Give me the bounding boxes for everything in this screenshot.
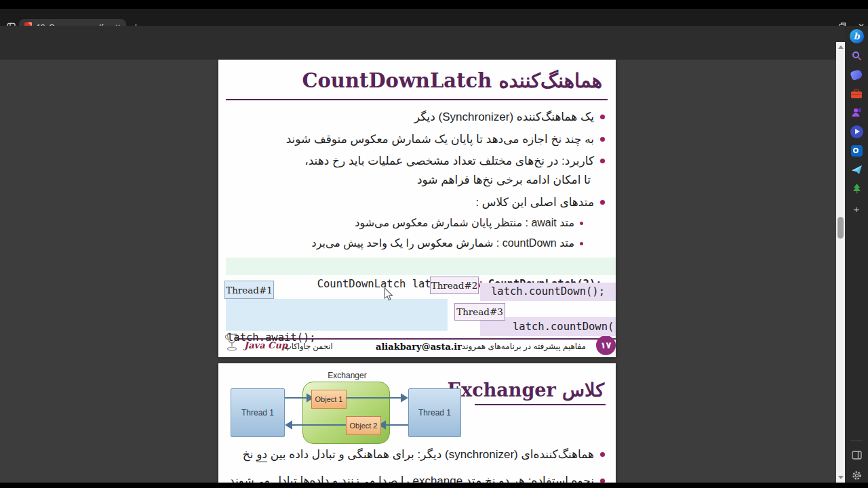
scroll-up-arrow[interactable] bbox=[838, 45, 844, 49]
slide-title: کلاس Exchanger bbox=[448, 380, 604, 401]
screen: 18_Concurrency.pdf ✕ + – ✕ ← i File | D:… bbox=[0, 0, 868, 488]
sidebar-shopping-button[interactable] bbox=[849, 67, 864, 82]
scroll-down-arrow[interactable] bbox=[838, 476, 844, 479]
thread1-code-block: latch.await(); System.out.println("Finis… bbox=[226, 299, 448, 331]
bullet-line: به چند نخ اجازه می‌دهد تا پایان یک شمارش… bbox=[286, 132, 605, 146]
object1-box: Object 1 bbox=[311, 390, 347, 409]
sidebar-tree-button[interactable] bbox=[849, 181, 864, 196]
pdf-toolbar: Draw Read aloud − + of 65 bbox=[0, 42, 868, 60]
thread-left-box: Thread 1 bbox=[231, 388, 285, 437]
pdf-page-17: هماهنگ‌کننده CountDownLatch یک هماهنگ‌کن… bbox=[218, 60, 616, 357]
split-window-icon bbox=[852, 451, 862, 460]
paper-plane-icon bbox=[851, 165, 863, 175]
thread3-badge: Thread#3 bbox=[454, 303, 505, 321]
copilot-button[interactable]: b bbox=[849, 28, 864, 43]
pdf-page-18: Exchanger کلاس Exchanger Thread 1 Thread… bbox=[218, 363, 616, 483]
sidebar-split-window-button[interactable] bbox=[849, 447, 864, 462]
letterbox-bar bbox=[0, 483, 868, 488]
thread2-code-block: latch.countDown(); bbox=[480, 283, 616, 301]
edge-sidebar: b + bbox=[845, 26, 868, 483]
bullet-line: هماهنگ‌کننده‌ای (synchronizer) دیگر: برا… bbox=[243, 447, 605, 462]
title-rule bbox=[475, 404, 606, 405]
mouse-cursor bbox=[384, 287, 393, 301]
bullet-dot bbox=[600, 159, 605, 163]
pdf-viewer-canvas[interactable]: هماهنگ‌کننده CountDownLatch یک هماهنگ‌کن… bbox=[0, 60, 845, 483]
outlook-icon bbox=[851, 145, 863, 157]
bullet-dot bbox=[600, 137, 605, 142]
thread-right-box: Thread 1 bbox=[408, 388, 461, 437]
sidebar-messaging-button[interactable] bbox=[849, 162, 864, 177]
clipped-bullet-line: نحوه استفاده: هر دو نخ متد exchange را ص… bbox=[229, 474, 605, 483]
bullet-line: کاربرد: در نخ‌های مختلف تعداد مشخصی عملی… bbox=[304, 154, 605, 168]
thread1-badge: Thread#1 bbox=[224, 281, 274, 299]
bullet-dot bbox=[600, 200, 605, 205]
bullet-continuation: تا امکان ادامه برخی نخ‌ها فراهم شود bbox=[417, 173, 591, 187]
sidebar-add-button[interactable]: + bbox=[849, 201, 864, 216]
gear-icon bbox=[852, 470, 862, 481]
thread2-badge: Thread#2 bbox=[430, 277, 479, 294]
tree-icon bbox=[852, 183, 862, 194]
bing-copilot-icon: b bbox=[850, 29, 864, 43]
sidebar-settings-button[interactable] bbox=[849, 468, 864, 483]
sidebar-people-button[interactable] bbox=[849, 105, 864, 120]
title-rule bbox=[226, 99, 608, 100]
sidebar-games-button[interactable] bbox=[849, 124, 864, 139]
sidebar-search-button[interactable] bbox=[849, 48, 864, 63]
bullet-dot bbox=[600, 452, 605, 457]
sidebar-toolbox-button[interactable] bbox=[849, 86, 864, 101]
bullet-dot bbox=[580, 242, 583, 245]
slide-page-badge: ۱۷ bbox=[596, 336, 616, 355]
sidebar-divider bbox=[850, 441, 863, 441]
footer-course-title: مفاهیم پیشرفته در برنامه‌های همروند bbox=[462, 342, 586, 351]
bullet-dot bbox=[600, 115, 605, 119]
people-icon bbox=[851, 107, 862, 118]
slide-title: هماهنگ‌کننده CountDownLatch bbox=[302, 69, 602, 92]
browser-titlebar: 18_Concurrency.pdf ✕ + – ✕ bbox=[0, 9, 868, 26]
bullet-line: یک هماهنگ‌کننده (Synchronizer) دیگر bbox=[414, 110, 605, 124]
scrollbar-thumb[interactable] bbox=[837, 217, 844, 239]
address-bar-row: ← i File | D:/Nima/18/برنامه%20نویسی%20د… bbox=[0, 26, 868, 42]
object2-box: Object 2 bbox=[346, 416, 381, 435]
bullet-dot bbox=[580, 222, 583, 225]
shopping-tag-icon bbox=[850, 68, 863, 80]
vertical-scrollbar[interactable] bbox=[836, 42, 845, 483]
sub-bullet-line: متد await : منتظر پایان شمارش معکوس می‌ش… bbox=[355, 216, 583, 229]
bullet-line: متدهای اصلی این کلاس : bbox=[475, 195, 605, 209]
sub-bullet-line: متد countDown : شمارش معکوس را یک واحد پ… bbox=[312, 237, 583, 249]
search-icon bbox=[852, 51, 862, 61]
await-line: latch.await(); bbox=[227, 330, 448, 345]
code-line-countdownlatch: CountDownLatch latch = new CountDownLatc… bbox=[226, 258, 616, 275]
games-icon bbox=[850, 125, 863, 138]
sidebar-outlook-button[interactable] bbox=[849, 143, 864, 158]
toolbox-icon bbox=[850, 89, 863, 99]
